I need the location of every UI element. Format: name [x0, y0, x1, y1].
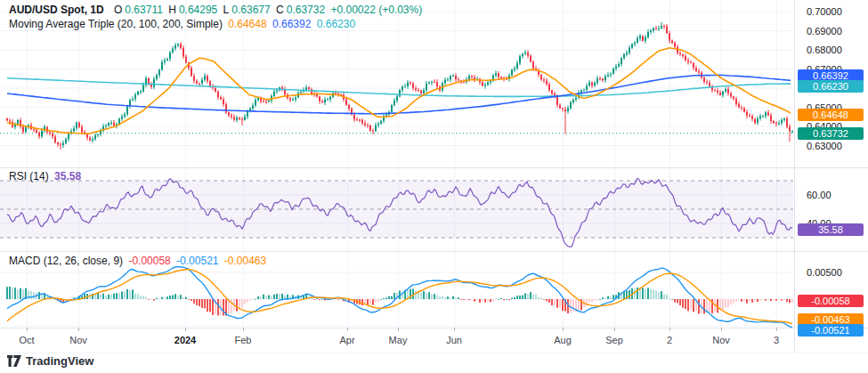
price-axis[interactable]: 0.700000.690000.680000.670000.660000.650… [795, 0, 868, 353]
open-value: 0.63711 [125, 4, 163, 16]
macd-axis-label: 0.00500 [807, 267, 842, 278]
macd-badge: -0.00058 [798, 295, 864, 307]
macd-line-value: -0.00521 [176, 255, 218, 267]
time-axis-tick [78, 328, 79, 331]
price-axis-label: 0.68000 [807, 45, 842, 55]
time-axis-label: 2 [667, 335, 672, 345]
tradingview-logo-text: TradingView [26, 354, 93, 368]
macd-signal-value: -0.00463 [224, 255, 266, 267]
ma-indicator-header[interactable]: Moving Average Triple (20, 100, 200, Sim… [9, 18, 358, 30]
time-axis-tick [669, 328, 670, 331]
time-axis-label: Oct [19, 335, 34, 345]
time-axis-label: Aug [554, 335, 572, 345]
time-axis-tick [563, 328, 564, 331]
pane-separator-main-rsi[interactable] [0, 167, 868, 168]
time-axis-tick [347, 328, 348, 331]
ma200-value: 0.66230 [317, 18, 355, 30]
tradingview-chart-window: AUD/USD Spot, 1D O0.63711 H0.64295 L0.63… [0, 0, 868, 373]
rsi-badge: 35.58 [798, 223, 864, 236]
open-label: O [114, 4, 122, 16]
time-axis-tick [721, 328, 722, 331]
macd-badge: -0.00521 [798, 324, 864, 337]
chart-canvas[interactable] [0, 0, 794, 353]
rsi-value: 35.58 [54, 170, 81, 182]
price-badge: 0.66230 [798, 80, 864, 93]
low-value: 0.63677 [231, 4, 270, 16]
price-axis-label: 0.63000 [807, 141, 842, 151]
high-label: H [168, 4, 176, 16]
time-axis-label: Jun [446, 335, 462, 345]
time-axis-tick [614, 328, 615, 331]
close-value: 0.63732 [287, 4, 325, 16]
time-axis-tick [243, 328, 244, 331]
pane-separator-rsi-macd[interactable] [0, 251, 868, 252]
time-axis-label: May [389, 335, 408, 345]
macd-title: MACD (12, 26, close, 9) [9, 255, 123, 267]
time-axis-label: Nov [712, 335, 730, 345]
time-axis[interactable]: OctNov2024FebAprMayJunAugSep2Nov3 [0, 328, 794, 353]
price-badge: 0.64648 [798, 109, 864, 121]
chart-bottom-border [0, 353, 868, 353]
macd-hist-value: -0.00058 [128, 255, 170, 267]
rsi-indicator-header[interactable]: RSI (14) 35.58 [9, 170, 84, 182]
high-value: 0.64295 [179, 4, 217, 16]
time-axis-tick [454, 328, 455, 331]
change-value: +0.00022 (+0.03%) [330, 4, 422, 16]
close-label: C [276, 4, 284, 16]
time-axis-label: Nov [69, 335, 87, 345]
symbol-header: AUD/USD Spot, 1D O0.63711 H0.64295 L0.63… [9, 4, 425, 16]
rsi-axis-label: 60.00 [807, 190, 831, 200]
time-axis-tick [398, 328, 399, 331]
price-axis-label: 0.69000 [807, 26, 842, 36]
rsi-title: RSI (14) [9, 170, 49, 182]
low-label: L [223, 4, 230, 16]
price-axis-label: 0.70000 [807, 6, 842, 17]
ma-indicator-title: Moving Average Triple (20, 100, 200, Sim… [9, 18, 223, 30]
time-axis-tick [185, 328, 186, 331]
tradingview-logo[interactable]: TradingView [7, 354, 93, 368]
time-axis-label: 2024 [174, 335, 196, 345]
price-badge: 0.63732 [798, 127, 864, 140]
symbol-title: AUD/USD Spot, 1D [9, 4, 104, 16]
time-axis-label: Apr [339, 335, 354, 345]
time-axis-tick [27, 328, 28, 331]
ma20-value: 0.64648 [228, 18, 266, 30]
time-axis-label: 3 [774, 335, 779, 345]
macd-indicator-header[interactable]: MACD (12, 26, close, 9) -0.00058 -0.0052… [9, 255, 269, 267]
macd-histogram [6, 287, 793, 316]
ma100-value: 0.66392 [272, 18, 311, 30]
tradingview-logo-icon [7, 355, 21, 367]
time-axis-label: Sep [605, 335, 623, 345]
time-axis-label: Feb [235, 335, 252, 345]
candlestick-series [6, 22, 793, 150]
time-axis-tick [776, 328, 777, 331]
